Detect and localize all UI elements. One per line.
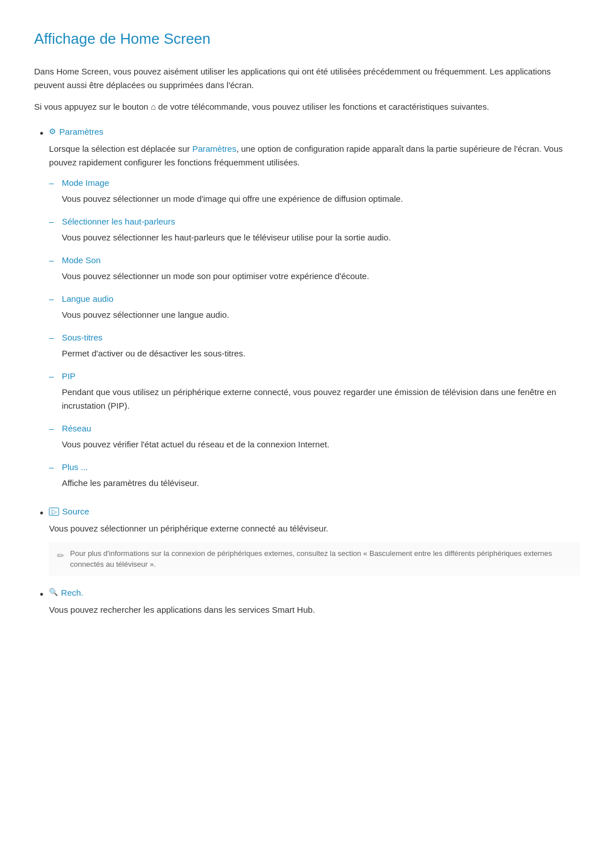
bullet-dot: • bbox=[40, 505, 43, 522]
list-item-parametres: • ⚙ Paramètres Lorsque la sélection est … bbox=[40, 125, 580, 499]
haut-parleurs-description: Vous pouvez sélectionner les haut-parleu… bbox=[62, 231, 580, 244]
parametres-link: Paramètres bbox=[192, 144, 237, 153]
bullet-dot: • bbox=[40, 126, 43, 142]
plus-title: Plus ... bbox=[62, 460, 580, 474]
subitem-mode-image: – Mode Image Vous pouvez sélectionner un… bbox=[49, 176, 580, 210]
pip-description: Pendant que vous utilisez un périphériqu… bbox=[62, 385, 580, 413]
haut-parleurs-title: Sélectionner les haut-parleurs bbox=[62, 215, 580, 229]
sous-titres-content: Sous-titres Permet d'activer ou de désac… bbox=[62, 331, 580, 365]
mode-son-description: Vous pouvez sélectionner un mode son pou… bbox=[62, 269, 580, 283]
mode-image-content: Mode Image Vous pouvez sélectionner un m… bbox=[62, 176, 580, 210]
plus-content: Plus ... Affiche les paramètres du télév… bbox=[62, 460, 580, 495]
source-content: ▷ Source Vous pouvez sélectionner un pér… bbox=[49, 505, 580, 580]
mode-image-title: Mode Image bbox=[62, 176, 580, 190]
sub-dash: – bbox=[49, 292, 53, 306]
subitem-sous-titres: – Sous-titres Permet d'activer ou de dés… bbox=[49, 331, 580, 365]
list-item-rech: • 🔍 Rech. Vous pouvez rechercher les app… bbox=[40, 586, 580, 624]
list-item-source: • ▷ Source Vous pouvez sélectionner un p… bbox=[40, 505, 580, 580]
parametres-title: ⚙ Paramètres bbox=[49, 125, 580, 139]
langue-audio-content: Langue audio Vous pouvez sélectionner un… bbox=[62, 292, 580, 326]
sub-dash: – bbox=[49, 460, 53, 474]
source-icon: ▷ bbox=[49, 508, 59, 516]
gear-icon: ⚙ bbox=[49, 125, 56, 138]
source-note-text: Pour plus d'informations sur la connexio… bbox=[70, 548, 572, 570]
rech-content: 🔍 Rech. Vous pouvez rechercher les appli… bbox=[49, 586, 580, 624]
pip-content: PIP Pendant que vous utilisez un périphé… bbox=[62, 369, 580, 417]
parametres-label: Paramètres bbox=[59, 125, 103, 139]
subitem-mode-son: – Mode Son Vous pouvez sélectionner un m… bbox=[49, 254, 580, 288]
page-title: Affichage de Home Screen bbox=[34, 27, 580, 51]
sub-dash: – bbox=[49, 369, 53, 383]
sub-dash: – bbox=[49, 422, 53, 435]
subitem-reseau: – Réseau Vous pouvez vérifier l'état act… bbox=[49, 422, 580, 456]
intro-paragraph-2: Si vous appuyez sur le bouton ⌂ de votre… bbox=[34, 100, 580, 114]
mode-image-description: Vous pouvez sélectionner un mode d'image… bbox=[62, 192, 580, 206]
source-note: ✏ Pour plus d'informations sur la connex… bbox=[49, 542, 580, 576]
subitem-pip: – PIP Pendant que vous utilisez un périp… bbox=[49, 369, 580, 417]
haut-parleurs-content: Sélectionner les haut-parleurs Vous pouv… bbox=[62, 215, 580, 249]
langue-audio-title: Langue audio bbox=[62, 292, 580, 306]
parametres-content: ⚙ Paramètres Lorsque la sélection est dé… bbox=[49, 125, 580, 499]
sub-dash: – bbox=[49, 331, 53, 344]
langue-audio-description: Vous pouvez sélectionner une langue audi… bbox=[62, 308, 580, 322]
subitem-haut-parleurs: – Sélectionner les haut-parleurs Vous po… bbox=[49, 215, 580, 249]
rech-title: 🔍 Rech. bbox=[49, 586, 580, 600]
bullet-dot: • bbox=[40, 587, 43, 603]
pip-title: PIP bbox=[62, 369, 580, 383]
mode-son-content: Mode Son Vous pouvez sélectionner un mod… bbox=[62, 254, 580, 288]
mode-son-title: Mode Son bbox=[62, 254, 580, 267]
pencil-icon: ✏ bbox=[57, 549, 64, 563]
sub-dash: – bbox=[49, 215, 53, 229]
source-description: Vous pouvez sélectionner un périphérique… bbox=[49, 522, 580, 535]
rech-label: Rech. bbox=[61, 586, 83, 600]
sub-dash: – bbox=[49, 254, 53, 267]
main-features-list: • ⚙ Paramètres Lorsque la sélection est … bbox=[34, 125, 580, 624]
parametres-sublist: – Mode Image Vous pouvez sélectionner un… bbox=[49, 176, 580, 495]
sub-dash: – bbox=[49, 176, 53, 190]
search-icon: 🔍 bbox=[49, 587, 58, 599]
subitem-langue-audio: – Langue audio Vous pouvez sélectionner … bbox=[49, 292, 580, 326]
reseau-description: Vous pouvez vérifier l'état actuel du ré… bbox=[62, 438, 580, 451]
sous-titres-description: Permet d'activer ou de désactiver les so… bbox=[62, 347, 580, 360]
intro-paragraph-1: Dans Home Screen, vous pouvez aisément u… bbox=[34, 65, 580, 92]
source-title: ▷ Source bbox=[49, 505, 580, 518]
sous-titres-title: Sous-titres bbox=[62, 331, 580, 344]
parametres-description: Lorsque la sélection est déplacée sur Pa… bbox=[49, 142, 580, 169]
reseau-title: Réseau bbox=[62, 422, 580, 435]
rech-description: Vous pouvez rechercher les applications … bbox=[49, 603, 580, 617]
plus-description: Affiche les paramètres du téléviseur. bbox=[62, 476, 580, 490]
source-label: Source bbox=[62, 505, 89, 518]
subitem-plus: – Plus ... Affiche les paramètres du tél… bbox=[49, 460, 580, 495]
reseau-content: Réseau Vous pouvez vérifier l'état actue… bbox=[62, 422, 580, 456]
